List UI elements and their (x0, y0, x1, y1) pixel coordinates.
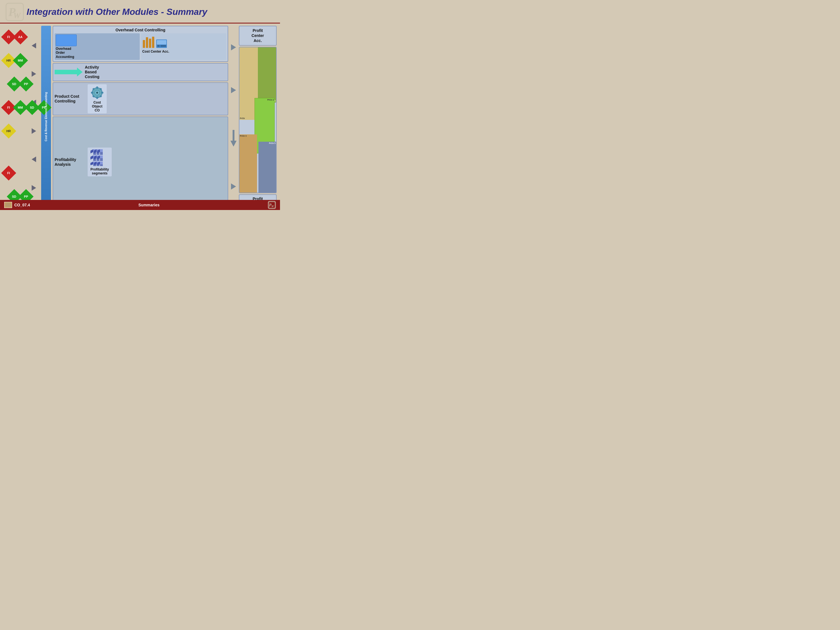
svg-rect-2 (143, 40, 145, 48)
prctr-region-5: PrCtr 5 (259, 142, 276, 193)
arrow-to-pc-3 (231, 183, 236, 189)
svg-text:W: W (13, 11, 21, 20)
abc-box: ActivityBasedCosting (53, 63, 228, 81)
svg-marker-28 (100, 152, 103, 155)
footer: CO_07.4 Summaries P W (0, 200, 280, 210)
logo-svg: P W (7, 4, 22, 20)
badge-group-5: HR (3, 126, 30, 136)
cca-box: Cost Center Acc. (141, 33, 226, 60)
cost-object-box: CostObjectCO (88, 84, 107, 114)
cca-label: Cost Center Acc. (142, 50, 169, 54)
main-diagram-inner: Overhead Cost Controlling OverheadOrderA… (53, 26, 276, 208)
header: P W Integration with Other Modules - Sum… (0, 0, 280, 24)
arrow-right-3 (32, 185, 36, 191)
cost-revenue-bar: Cost & Revenue Element Accounting (41, 26, 51, 208)
svg-marker-27 (100, 149, 103, 152)
footer-logo: P W (268, 201, 276, 209)
profit-center-column: ProfitCenterAcc. PrCtr PrCtr 4 (239, 26, 276, 208)
main-diagram: Overhead Cost Controlling OverheadOrderA… (53, 26, 276, 208)
prctr-region-3: PrCtr 3 (239, 134, 257, 193)
occ-title: Overhead Cost Controlling (55, 28, 226, 32)
pc-acc-label: ProfitCenterAcc. (241, 28, 275, 43)
ooa-blue-rect (56, 35, 77, 46)
svg-rect-8 (157, 45, 159, 47)
badge-group-6: FI (3, 168, 30, 178)
svg-text:W: W (271, 205, 274, 208)
svg-marker-45 (100, 161, 103, 164)
page-title: Integration with Other Modules - Summary (27, 7, 207, 17)
middle-arrows (32, 26, 39, 208)
svg-rect-48 (5, 202, 11, 207)
svg-rect-16 (101, 92, 103, 93)
footer-summaries-label: Summaries (138, 203, 159, 207)
abc-label: ActivityBasedCosting (85, 65, 99, 79)
big-down-arrow (231, 130, 237, 147)
page-layout: P W Integration with Other Modules - Sum… (0, 0, 280, 210)
prctr-region-4: PrCtr 4 (258, 47, 276, 103)
svg-rect-9 (160, 45, 166, 47)
footer-icon (4, 202, 12, 208)
badge-group-4: FI MM SD PP (3, 102, 30, 113)
pc-acc-box: ProfitCenterAcc. (239, 26, 276, 46)
sections-column: Overhead Cost Controlling OverheadOrderA… (53, 26, 228, 208)
content-area: FI AA HR MM SD PP (0, 24, 280, 210)
arrow-right-1 (32, 71, 36, 77)
pc-map-box: PrCtr PrCtr 4 PrCtr 2 PrCtr 3 (239, 47, 276, 193)
arrow-to-pc-2 (231, 87, 236, 93)
svg-marker-41 (90, 161, 93, 165)
prof-seg-box: Profitabilitysegments (88, 148, 112, 177)
svg-rect-3 (146, 37, 148, 48)
occ-content: OverheadOrderAccounting (55, 33, 226, 60)
svg-marker-23 (90, 149, 93, 153)
footer-logo-svg: P W (269, 202, 275, 208)
badge-aa: AA (13, 29, 28, 44)
svg-rect-13 (96, 87, 98, 89)
prctr-label-2: PrCtr 2 (267, 99, 274, 101)
spacer-1 (3, 149, 30, 155)
footer-table-icon (5, 202, 11, 207)
arrow-right-2 (32, 128, 36, 134)
big-down-arrow-container (231, 130, 237, 147)
badge-hr-2: HR (1, 123, 16, 139)
badge-mm-1: MM (13, 53, 28, 68)
badge-pp-1: PP (19, 76, 33, 92)
factory-icon (142, 35, 167, 49)
prctr-label-5: PrCtr 5 (269, 142, 276, 144)
badge-group-3: SD PP (3, 79, 30, 89)
svg-rect-14 (96, 96, 98, 99)
gear-icon (90, 85, 104, 100)
pa-box: ProfitabilityAnalysis (53, 117, 228, 208)
svg-marker-46 (100, 164, 103, 166)
prctr-label-3: PrCtr 3 (240, 135, 246, 137)
footer-code: CO_07.4 (14, 203, 30, 207)
badge-group-2: HR MM (3, 55, 30, 66)
pc-map-inner: PrCtr PrCtr 4 PrCtr 2 PrCtr 3 (239, 47, 276, 193)
badge-fi-3: FI (1, 166, 16, 181)
arrow-left-3 (32, 156, 36, 162)
right-arrows-col (229, 26, 238, 208)
ooa-label: OverheadOrderAccounting (56, 47, 74, 59)
cube-icon (90, 149, 109, 167)
cost-object-label: CostObjectCO (92, 101, 102, 112)
svg-marker-32 (90, 155, 93, 159)
badge-group-1: FI AA (3, 32, 30, 42)
footer-left: CO_07.4 (4, 202, 30, 208)
badge-column: FI AA HR MM SD PP (3, 26, 30, 208)
ooa-box: OverheadOrderAccounting (55, 33, 140, 60)
pcc-box: Product CostControlling (53, 82, 228, 115)
svg-rect-15 (91, 92, 93, 93)
prof-seg-label: Profitabilitysegments (90, 167, 109, 175)
pcc-label: Product CostControlling (55, 94, 85, 104)
svg-marker-36 (100, 155, 103, 158)
occ-box: Overhead Cost Controlling OverheadOrderA… (53, 26, 228, 62)
svg-marker-37 (100, 158, 103, 161)
pa-label: ProfitabilityAnalysis (55, 157, 85, 167)
svg-point-12 (96, 92, 98, 94)
arrow-left-1 (32, 43, 36, 49)
logo-box: P W (6, 3, 24, 21)
cost-revenue-label: Cost & Revenue Element Accounting (44, 92, 47, 141)
svg-rect-4 (149, 39, 151, 48)
arrow-to-pc-1 (231, 44, 236, 51)
prctr-label-1: PrCtr (240, 117, 245, 119)
teal-arrow (55, 68, 83, 76)
